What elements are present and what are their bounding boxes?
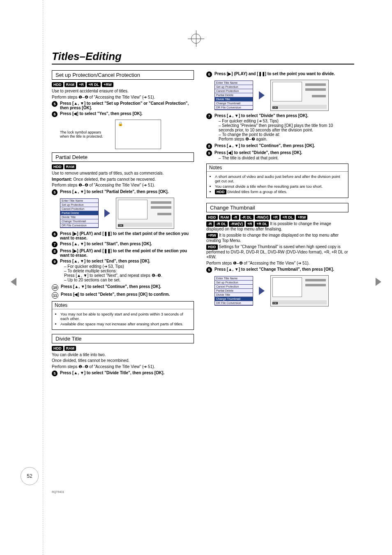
- step-text: Press [▲, ▼] to select "Divide Title", t…: [60, 371, 194, 375]
- badge: +R DL: [281, 215, 295, 220]
- step-number-icon: 5: [52, 189, 58, 195]
- menu-item: Enter Title Name: [215, 81, 253, 85]
- timeline: [272, 300, 327, 304]
- menu-list: Enter Title Name Set up Protection Cance…: [214, 81, 253, 110]
- left-column: Set up Protection/Cancel Protection HDD …: [52, 70, 194, 378]
- step-number-icon: 5: [52, 101, 58, 107]
- sub-list: The title is divided at that point.: [214, 156, 348, 160]
- step-text: Press [◀] to select "Divide", then press…: [214, 150, 348, 161]
- menu-item: DR File Conversion: [215, 106, 253, 110]
- step-number-icon: 5: [206, 267, 212, 273]
- menu-item: Enter Title Name: [60, 199, 98, 203]
- badge: HDD: [52, 164, 63, 169]
- notes-heading: Notes: [207, 164, 348, 172]
- title-rule: [52, 64, 354, 64]
- page-arrow-right-icon: [376, 278, 381, 286]
- content-columns: Set up Protection/Cancel Protection HDD …: [52, 70, 354, 378]
- note-item: You cannot divide a title when the resul…: [215, 184, 345, 189]
- step-number-icon: 5: [52, 371, 58, 376]
- video-frame: [272, 82, 302, 101]
- page-number: 52: [21, 467, 39, 485]
- badges-protection: HDD RAM +R +R DL +RW: [52, 82, 194, 87]
- step-6: 6 Press [▶] (PLAY) and [❚❚] to set the p…: [206, 71, 348, 77]
- step-number-icon: 7: [206, 113, 212, 119]
- badges-divide: HDD RAM: [52, 346, 194, 351]
- badge: HDD: [206, 244, 218, 250]
- notes-heading: Notes: [52, 302, 194, 309]
- registration-mark-icon: [191, 34, 201, 44]
- menu-list: Enter Title Name Set up Protection Cance…: [60, 198, 99, 228]
- menu-item: Cancel Protection: [60, 207, 98, 211]
- menu-item: Set up Protection: [60, 203, 98, 207]
- note-item: You may not be able to specify start and…: [60, 312, 190, 321]
- text: -R -R DL -RW(V) +R +R DL It is possible …: [206, 221, 348, 232]
- badge: +R: [271, 215, 279, 220]
- lock-caption: The lock symbol appears when the title i…: [60, 130, 109, 138]
- right-column: 6 Press [▶] (PLAY) and [❚❚] to set the p…: [206, 70, 348, 378]
- menu-item: Set up Protection: [215, 281, 253, 285]
- note-item: HDD Divided titles form a group of title…: [215, 189, 345, 194]
- menu-item: Partial Delete: [215, 289, 253, 293]
- badge: +R: [77, 82, 85, 87]
- step-number-icon: 6: [52, 231, 58, 237]
- step-text: Press [▲, ▼] to select "Change Thumbnail…: [214, 267, 348, 272]
- menu-item: Partial Delete: [215, 93, 253, 97]
- ok-indicator: OK: [118, 224, 123, 227]
- heading-change-thumbnail: Change Thumbnail: [206, 203, 348, 212]
- text-bold: Press [◀] to select "Divide", then press…: [214, 150, 302, 155]
- step-text: Press [◀] to select "Yes", then press [O…: [60, 111, 194, 116]
- step-text: Press [▲, ▼] to select "Continue", then …: [61, 284, 194, 289]
- menu-item: DR File Conversion: [215, 301, 253, 305]
- text: Perform steps ❻–❼ again.: [219, 137, 267, 141]
- step-text: Press [▲, ▼] to select "Divide" then pre…: [214, 113, 348, 142]
- step-5: 5 Press [▲, ▼] to select "Set up Protect…: [52, 101, 194, 110]
- menu-item: Divide Title: [60, 215, 98, 219]
- badge: -R DL: [240, 215, 254, 220]
- badge: -R: [206, 221, 214, 227]
- badge: RAM: [65, 164, 76, 169]
- text: Press [▲, ▼] to select "Next", and repea…: [64, 273, 162, 278]
- badge: +RW: [102, 82, 113, 87]
- step-number-icon: 6: [52, 111, 58, 117]
- step-5: 5 Press [▲, ▼] to select "Partial Delete…: [52, 189, 194, 195]
- step-9: 9 Press [◀] to select "Divide", then pre…: [206, 150, 348, 161]
- notes-box: Notes A short amount of video and audio …: [206, 164, 348, 198]
- heading-partial-delete: Partial Delete: [52, 152, 194, 162]
- note-item: A short amount of video and audio just b…: [215, 174, 345, 183]
- step-text: Press [▶] (PLAY) and [❚❚] to set the sta…: [60, 231, 194, 240]
- badge: +RW: [206, 233, 218, 238]
- step-9: 9 Press [▲, ▼] to select "End", then pre…: [52, 259, 194, 283]
- text: Perform steps ❶–❹ of "Accessing the Titl…: [206, 261, 348, 266]
- sub-list: For quicker editing (➔ 53, Tips) To dele…: [60, 264, 194, 282]
- label: Important:: [52, 177, 72, 182]
- preview-panel: OK: [116, 198, 174, 229]
- list-item: To delete multiple sections: Press [▲, ▼…: [64, 269, 194, 278]
- text-bold: Press [▲, ▼] to select "Divide" then pre…: [214, 113, 308, 118]
- step-6: 6 Press [◀] to select "Yes", then press …: [52, 111, 194, 117]
- trim-line: [43, 0, 43, 555]
- menu-illustration: Enter Title Name Set up Protection Cance…: [214, 275, 348, 306]
- page-arrow-left-icon: [11, 278, 16, 286]
- badge: -RW(V): [255, 215, 270, 220]
- notes-body: A short amount of video and audio just b…: [207, 172, 348, 198]
- sub-list: For quicker editing (➔ 53, Tips) Selecti…: [214, 119, 348, 141]
- info-bar: [305, 284, 326, 286]
- text: HDD Settings for "Change Thumbnail" is s…: [206, 244, 348, 260]
- thumbnail-illustration: [115, 120, 161, 149]
- step-number-icon: 7: [52, 242, 58, 247]
- step-5: 5 Press [▲, ▼] to select "Divide Title",…: [52, 371, 194, 376]
- badge: RAM: [65, 82, 76, 87]
- text: Use to prevent accidental erasure of tit…: [52, 89, 194, 94]
- step-5: 5 Press [▲, ▼] to select "Change Thumbna…: [206, 267, 348, 273]
- step-11: 11 Press [◀] to select "Delete", then pr…: [52, 292, 194, 299]
- menu-item: DR File Conversion: [60, 223, 98, 228]
- heading-divide-title: Divide Title: [52, 334, 194, 343]
- heading-protection: Set up Protection/Cancel Protection: [52, 70, 194, 80]
- menu-item: Cancel Protection: [215, 89, 253, 93]
- step-8: 8 Press [▶] (PLAY) and [❚❚] to set the e…: [52, 249, 194, 258]
- menu-item: Change Thumbnail: [215, 101, 253, 106]
- badge: -R: [232, 215, 239, 220]
- video-frame: [118, 200, 148, 219]
- text: +RW It is possible to change the image d…: [206, 233, 348, 244]
- step-number-icon: 9: [206, 150, 212, 156]
